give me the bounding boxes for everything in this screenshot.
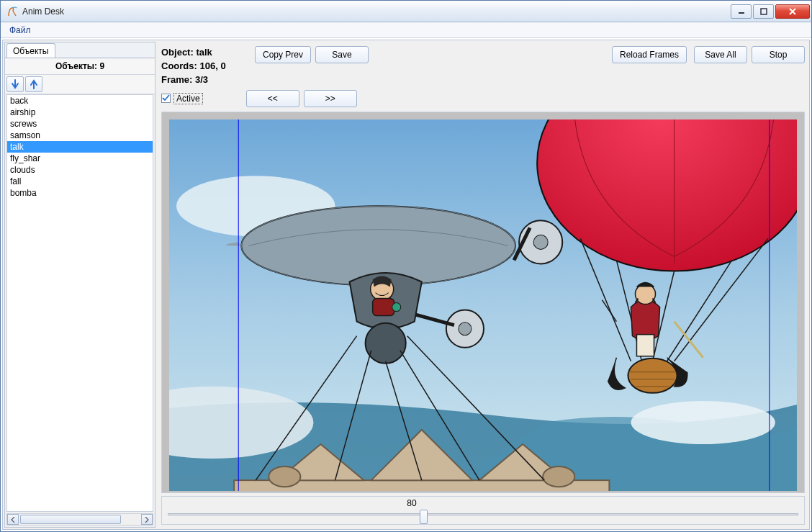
tab-objects[interactable]: Объекты [6,43,55,58]
app-window: Anim Desk Файл Объекты Объекты: 9 [0,0,812,532]
slider-value: 80 [401,498,423,508]
reload-frames-button[interactable]: Reload Frames [612,46,687,63]
client-area: Объекты Объекты: 9 backairshipscrewssams… [2,40,810,530]
svg-point-9 [269,466,300,487]
list-item[interactable]: talk [7,141,153,153]
info-column: Object: talk Coords: 106, 0 Frame: 3/3 [161,46,255,87]
prev-frame-button[interactable]: << [246,90,299,107]
object-info: Object: talk [161,46,255,60]
window-controls [731,4,810,19]
list-item[interactable]: screws [7,118,153,130]
left-panel: Объекты Объекты: 9 backairshipscrewssams… [4,42,155,528]
slider-track[interactable] [168,508,798,521]
titlebar: Anim Desk [1,1,811,22]
app-icon [6,6,18,17]
move-up-button[interactable] [25,76,42,92]
svg-point-22 [392,302,401,311]
svg-point-10 [543,466,574,487]
save-all-button[interactable]: Save All [694,46,747,63]
stop-button[interactable]: Stop [752,46,805,63]
tab-strip: Объекты [5,42,155,58]
timeline-slider: 80 [161,496,805,525]
slider-thumb[interactable] [420,510,428,524]
scrollbar-thumb[interactable] [20,515,121,524]
menubar: Файл [1,22,811,38]
right-panel: Object: talk Coords: 106, 0 Frame: 3/3 C… [158,42,808,528]
menu-file[interactable]: Файл [5,24,35,37]
list-item[interactable]: back [7,95,153,107]
list-item[interactable]: airship [7,107,153,118]
global-button-group: Reload Frames Save All Stop [612,46,805,87]
arrow-up-icon [30,79,38,89]
active-label: Active [173,93,203,104]
svg-rect-35 [636,334,654,356]
frame-info: Frame: 3/3 [161,73,255,87]
list-item[interactable]: fall [7,176,153,187]
svg-point-34 [628,358,677,392]
list-item[interactable]: samson [7,130,153,141]
move-down-button[interactable] [6,76,24,92]
horizontal-scrollbar[interactable] [6,513,153,526]
window-title: Anim Desk [22,6,731,17]
coords-info: Coords: 106, 0 [161,60,255,73]
objects-header: Объекты: 9 [5,58,155,75]
svg-point-14 [533,235,548,249]
maximize-button[interactable] [753,4,774,19]
animation-canvas[interactable] [169,120,797,491]
check-icon [162,94,170,102]
slider-groove [168,513,798,515]
svg-point-36 [635,284,655,304]
svg-point-7 [631,400,775,443]
svg-point-16 [459,322,472,335]
scroll-left-button[interactable] [7,514,19,525]
svg-point-19 [366,323,406,363]
top-controls: Object: talk Coords: 106, 0 Frame: 3/3 C… [158,42,808,89]
minimize-button[interactable] [731,4,752,19]
list-item[interactable]: fly_shar [7,153,153,164]
copy-prev-button[interactable]: Copy Prev [255,46,311,63]
arrow-down-icon [11,79,19,89]
next-frame-button[interactable]: >> [304,90,357,107]
list-item[interactable]: clouds [7,164,153,176]
active-checkbox[interactable] [161,94,171,103]
scroll-right-button[interactable] [141,514,153,525]
active-row: Active << >> [158,89,808,112]
nav-button-row: << >> [246,90,357,107]
canvas-area[interactable] [161,112,805,493]
reorder-buttons [5,75,155,94]
list-item[interactable]: bomba [7,187,153,199]
frame-button-group: Copy Prev Save [255,46,369,87]
close-button[interactable] [775,4,810,19]
object-listbox[interactable]: backairshipscrewssamsontalkfly_sharcloud… [6,94,153,512]
save-button[interactable]: Save [315,46,369,63]
svg-rect-21 [373,298,394,315]
svg-rect-1 [761,9,767,14]
